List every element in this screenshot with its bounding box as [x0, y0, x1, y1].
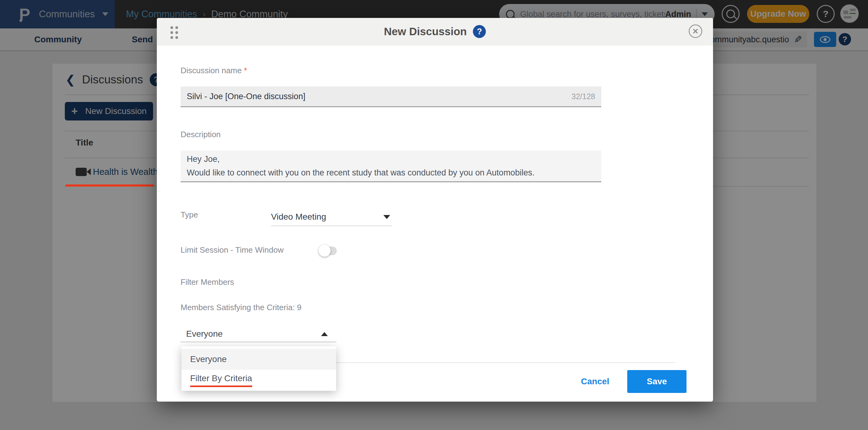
menu-option-everyone[interactable]: Everyone [182, 349, 336, 370]
close-icon[interactable]: ✕ [689, 24, 702, 38]
discussion-name-label: Discussion name * [181, 66, 247, 75]
toggle-knob [318, 245, 331, 257]
modal-title-wrap: New Discussion ? [157, 18, 713, 45]
question-icon: ? [477, 27, 482, 36]
chevron-down-icon [383, 215, 390, 219]
annotation-underline [65, 184, 154, 187]
limit-session-label: Limit Session - Time Window [181, 245, 284, 255]
modal-header: New Discussion ? ✕ [157, 18, 713, 46]
filter-select[interactable]: Everyone [181, 326, 337, 342]
discussion-name-value: Silvi - Joe [One-One discussion] [187, 92, 572, 101]
menu-option-filter-by-criteria[interactable]: Filter By Criteria [182, 370, 336, 391]
modal-title: New Discussion [384, 25, 467, 38]
discussion-name-input[interactable]: Silvi - Joe [One-One discussion] 32/128 [181, 86, 601, 107]
description-textarea[interactable]: Hey Joe, Would like to connect with you … [181, 150, 601, 182]
type-select[interactable]: Video Meeting [271, 208, 392, 226]
chevron-up-icon [321, 332, 328, 336]
annotated-option-label: Filter By Criteria [190, 373, 252, 387]
modal-help-badge[interactable]: ? [473, 25, 486, 38]
filter-members-label: Filter Members [181, 278, 234, 287]
filter-select-value: Everyone [186, 329, 222, 339]
screen: P Communities My Communities › Demo Comm… [0, 0, 868, 430]
save-button[interactable]: Save [627, 370, 686, 393]
new-discussion-modal: New Discussion ? ✕ Discussion name * Sil… [157, 18, 713, 402]
description-label: Description [181, 130, 221, 139]
required-mark: * [244, 66, 247, 75]
members-count-label: Members Satisfying the Criteria: 9 [181, 303, 302, 312]
type-select-value: Video Meeting [271, 212, 326, 222]
type-label: Type [181, 210, 198, 220]
limit-session-toggle[interactable] [320, 247, 337, 255]
char-counter: 32/128 [572, 92, 595, 101]
cancel-button[interactable]: Cancel [570, 374, 620, 389]
filter-select-menu: Everyone Filter By Criteria [182, 346, 336, 391]
